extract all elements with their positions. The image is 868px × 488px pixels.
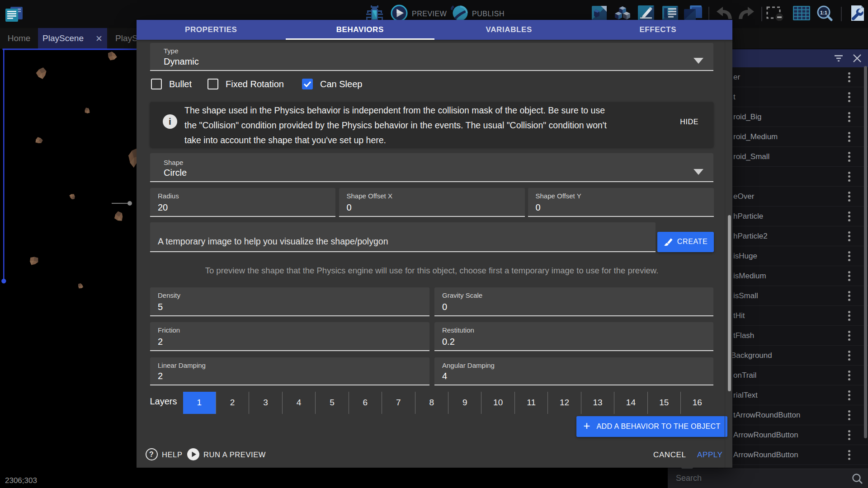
layer-button-15[interactable]: 15 bbox=[647, 392, 680, 414]
instance-anchor-dot bbox=[127, 201, 132, 206]
object-menu-icon[interactable] bbox=[848, 152, 851, 162]
object-name-fragment: hParticle2 bbox=[733, 226, 768, 246]
layer-button-5[interactable]: 5 bbox=[315, 392, 348, 414]
tab-home[interactable]: Home bbox=[0, 28, 38, 49]
layer-button-2[interactable]: 2 bbox=[216, 392, 249, 414]
radius-field[interactable]: Radius 20 bbox=[150, 188, 335, 217]
object-menu-icon[interactable] bbox=[848, 390, 851, 400]
asteroid-sprites bbox=[30, 52, 139, 288]
add-behavior-label: ADD A BEHAVIOR TO THE OBJECT bbox=[597, 422, 721, 431]
object-menu-icon[interactable] bbox=[848, 450, 851, 460]
layer-button-3[interactable]: 3 bbox=[249, 392, 282, 414]
layer-button-16[interactable]: 16 bbox=[680, 392, 713, 414]
object-menu-icon[interactable] bbox=[848, 410, 851, 420]
objects-search[interactable]: Search bbox=[668, 469, 868, 488]
close-panel-icon[interactable] bbox=[853, 54, 861, 62]
search-icon bbox=[852, 473, 863, 484]
restitution-field[interactable]: Restitution 0.2 bbox=[434, 322, 713, 352]
shape-offset-x-field[interactable]: Shape Offset X 0 bbox=[339, 188, 525, 217]
object-menu-icon[interactable] bbox=[848, 331, 851, 341]
publish-icon[interactable] bbox=[450, 4, 469, 22]
object-menu-icon[interactable] bbox=[848, 192, 851, 202]
density-field[interactable]: Density 5 bbox=[150, 287, 429, 316]
instances-icon[interactable] bbox=[615, 6, 630, 20]
friction-field[interactable]: Friction 2 bbox=[150, 322, 429, 352]
layer-button-1[interactable]: 1 bbox=[183, 392, 216, 414]
tab-properties[interactable]: PROPERTIES bbox=[137, 20, 286, 40]
shape-offset-x-label: Shape Offset X bbox=[347, 192, 392, 200]
layer-button-8[interactable]: 8 bbox=[415, 392, 448, 414]
temporary-image-field[interactable]: A temporary image to help you visualize … bbox=[150, 222, 656, 252]
object-menu-icon[interactable] bbox=[848, 132, 851, 142]
objects-list-icon[interactable] bbox=[592, 6, 607, 20]
project-manager-icon[interactable] bbox=[5, 6, 24, 23]
object-menu-icon[interactable] bbox=[848, 311, 851, 321]
help-button[interactable]: HELP bbox=[162, 450, 183, 459]
tab-close-icon[interactable]: ✕ bbox=[95, 33, 103, 44]
shape-offset-y-field[interactable]: Shape Offset Y 0 bbox=[528, 188, 714, 217]
layer-button-14[interactable]: 14 bbox=[614, 392, 647, 414]
publish-button[interactable]: PUBLISH bbox=[472, 10, 505, 18]
angular-damping-field[interactable]: Angular Damping 4 bbox=[434, 357, 713, 385]
object-name-fragment: tArrowRoundButton bbox=[733, 405, 800, 425]
can-sleep-checkbox[interactable]: Can Sleep bbox=[302, 79, 362, 89]
object-menu-icon[interactable] bbox=[848, 351, 851, 361]
object-menu-icon[interactable] bbox=[848, 231, 851, 241]
create-button[interactable]: CREATE bbox=[657, 232, 714, 252]
objects-scrollbar[interactable] bbox=[864, 66, 867, 438]
tab-effects[interactable]: EFFECTS bbox=[584, 20, 733, 40]
layer-button-4[interactable]: 4 bbox=[282, 392, 315, 414]
run-preview-button[interactable]: RUN A PREVIEW bbox=[203, 450, 266, 459]
restitution-value: 0.2 bbox=[442, 337, 455, 347]
layers-icon[interactable] bbox=[684, 5, 702, 20]
asteroid-sprite bbox=[78, 283, 83, 288]
edit-scene-icon[interactable] bbox=[638, 5, 654, 20]
fixed-rotation-checkbox[interactable]: Fixed Rotation bbox=[208, 79, 284, 89]
tab-variables[interactable]: VARIABLES bbox=[434, 20, 584, 40]
filter-icon[interactable] bbox=[835, 55, 843, 62]
object-menu-icon[interactable] bbox=[848, 92, 851, 102]
layer-button-9[interactable]: 9 bbox=[448, 392, 481, 414]
object-menu-icon[interactable] bbox=[848, 112, 851, 122]
help-icon[interactable]: ? bbox=[146, 448, 158, 460]
tab-behaviors[interactable]: BEHAVIORS bbox=[286, 20, 435, 40]
apply-button[interactable]: APPLY bbox=[697, 450, 723, 460]
layer-button-12[interactable]: 12 bbox=[547, 392, 580, 414]
preview-icon[interactable] bbox=[390, 4, 408, 22]
gravity-scale-field[interactable]: Gravity Scale 0 bbox=[434, 287, 713, 316]
linear-damping-field[interactable]: Linear Damping 2 bbox=[150, 357, 429, 385]
checkbox-icon bbox=[151, 79, 162, 89]
zoom-1-1-icon[interactable]: 1:1 bbox=[816, 5, 834, 21]
object-menu-icon[interactable] bbox=[848, 72, 851, 82]
object-menu-icon[interactable] bbox=[848, 271, 851, 281]
events-list-icon[interactable] bbox=[662, 6, 678, 20]
cancel-button[interactable]: CANCEL bbox=[653, 450, 686, 460]
object-menu-icon[interactable] bbox=[848, 430, 851, 440]
selection-handle-dot bbox=[1, 279, 6, 283]
hide-button[interactable]: HIDE bbox=[680, 118, 698, 126]
dialog-scrollbar[interactable] bbox=[728, 215, 731, 391]
layer-button-13[interactable]: 13 bbox=[581, 392, 614, 414]
bullet-checkbox[interactable]: Bullet bbox=[151, 79, 192, 89]
layer-button-10[interactable]: 10 bbox=[481, 392, 514, 414]
object-menu-icon[interactable] bbox=[848, 211, 851, 221]
object-menu-icon[interactable] bbox=[848, 371, 851, 380]
tab-playscene[interactable]: PlayScene ✕ bbox=[38, 28, 107, 49]
object-name-fragment: Background bbox=[731, 346, 772, 365]
add-behavior-button[interactable]: + ADD A BEHAVIOR TO THE OBJECT bbox=[576, 416, 727, 437]
layer-button-7[interactable]: 7 bbox=[382, 392, 415, 414]
run-preview-icon[interactable] bbox=[187, 448, 199, 460]
object-menu-icon[interactable] bbox=[848, 291, 851, 301]
object-menu-icon[interactable] bbox=[848, 251, 851, 261]
type-select[interactable]: Type Dynamic bbox=[150, 43, 713, 71]
grid-icon[interactable] bbox=[793, 6, 810, 20]
shape-select[interactable]: Shape Circle bbox=[150, 153, 713, 183]
deselect-icon[interactable] bbox=[766, 6, 784, 21]
layer-button-6[interactable]: 6 bbox=[349, 392, 382, 414]
debugger-icon[interactable] bbox=[366, 5, 383, 20]
settings-wrench-icon[interactable] bbox=[849, 5, 866, 21]
object-name-fragment: isMedium bbox=[733, 266, 766, 286]
object-menu-icon[interactable] bbox=[848, 172, 851, 182]
preview-button[interactable]: PREVIEW bbox=[412, 10, 447, 18]
layer-button-11[interactable]: 11 bbox=[514, 392, 547, 414]
